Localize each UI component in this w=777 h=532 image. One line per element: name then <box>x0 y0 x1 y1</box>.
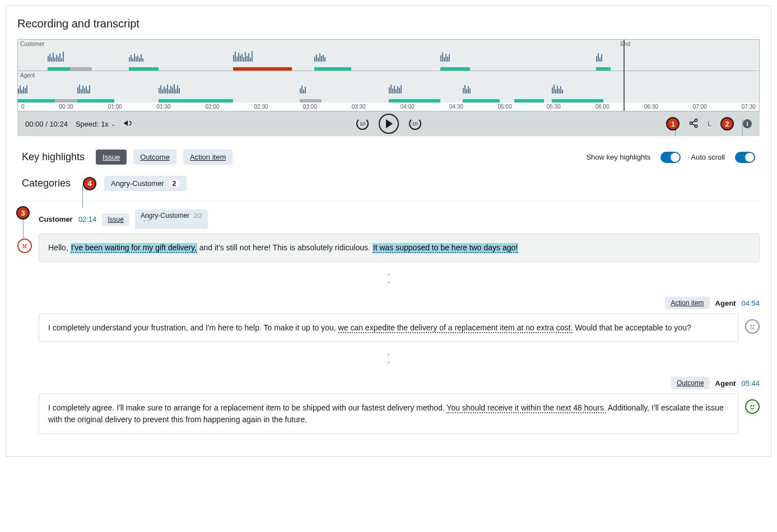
svg-line-4 <box>692 124 695 125</box>
categories-row: Categories 4 Angry-Customer 2 <box>17 171 760 201</box>
transcript-turn-agent-2: Outcome Agent 05:44 I completely agree. … <box>17 377 760 434</box>
transcript-turn-agent-1: Action item Agent 04:54 I completely und… <box>17 297 760 342</box>
svg-point-1 <box>690 122 693 124</box>
turn-tag-outcome[interactable]: Outcome <box>671 377 710 389</box>
category-chip-angry-customer[interactable]: Angry-Customer 2 <box>104 176 187 191</box>
next-match-icon[interactable]: ˅ <box>147 220 151 227</box>
svg-point-2 <box>695 125 698 128</box>
collapse-toggle[interactable]: ˅˄ <box>17 273 760 289</box>
prev-match-icon[interactable]: ˄ <box>143 220 146 227</box>
svg-point-5 <box>23 245 24 246</box>
skip-forward-button[interactable]: 10 <box>409 118 421 130</box>
timestamp[interactable]: 04:54 <box>741 299 760 307</box>
highlight-chip-issue[interactable]: Issue <box>96 150 127 165</box>
auto-scroll-label: Auto scroll <box>691 153 725 161</box>
transcript-bubble: I completely understand your frustration… <box>39 314 738 342</box>
play-button[interactable] <box>379 114 399 134</box>
speaker-label: Customer <box>39 215 73 223</box>
turn-tag-angry-customer[interactable]: Angry-Customer 2/2 ˄˅ <box>135 209 208 229</box>
skip-back-button[interactable]: 10 <box>356 118 369 130</box>
callout-1: 1 <box>666 117 680 130</box>
waveform-track-customer[interactable]: Customer <box>18 40 759 71</box>
highlight-chip-action-item[interactable]: Action item <box>183 150 232 165</box>
highlight-span: we can expedite the delivery of a replac… <box>338 323 573 333</box>
highlight-span: I've been waiting for my gift delivery, <box>71 243 197 253</box>
auto-scroll-toggle[interactable] <box>735 152 755 163</box>
turn-tag-issue[interactable]: Issue <box>102 213 129 226</box>
callout-3: 3 <box>16 206 30 220</box>
track-label-agent: Agent <box>20 72 35 78</box>
svg-point-8 <box>753 325 755 326</box>
sentiment-happy-icon <box>745 399 760 414</box>
share-icon[interactable] <box>688 118 699 130</box>
info-icon[interactable]: i <box>743 119 752 128</box>
volume-icon[interactable] <box>123 119 132 129</box>
svg-point-6 <box>26 245 27 246</box>
svg-point-0 <box>695 119 698 122</box>
play-icon <box>386 119 393 128</box>
playhead-end-marker <box>624 40 625 111</box>
timestamp[interactable]: 02:14 <box>78 215 97 223</box>
callout-4: 4 <box>83 177 96 190</box>
svg-line-3 <box>692 120 695 122</box>
callout-2: 2 <box>720 117 734 130</box>
svg-point-7 <box>751 325 752 326</box>
categories-label: Categories <box>22 178 71 189</box>
key-highlights-row: Key highlights Issue Outcome Action item… <box>17 136 760 171</box>
transcript-bubble: I completely agree. I'll make sure to ar… <box>39 394 738 434</box>
playback-time: 00:00 / 10:24 <box>25 120 68 128</box>
turn-tag-action-item[interactable]: Action item <box>665 297 709 309</box>
show-highlights-label: Show key highlights <box>586 153 650 161</box>
speed-control[interactable]: Speed: 1x ⌄ <box>76 120 115 128</box>
recording-transcript-panel: Recording and transcript End Customer <box>6 6 771 457</box>
transcript-bubble: Hello, I've been waiting for my gift del… <box>39 234 760 262</box>
speaker-label: Agent <box>715 379 736 388</box>
sentiment-neutral-icon <box>745 319 760 334</box>
track-label-customer: Customer <box>20 41 44 47</box>
highlight-span: It was supposed to be here two days ago! <box>373 243 518 253</box>
highlight-span: You should receive it within the next 48… <box>446 403 606 413</box>
transcript-turn-customer-1: 3 Customer 02:14 Issue Angry-Customer 2/… <box>17 209 760 262</box>
waveform-area[interactable]: End Customer Agent <box>17 39 760 111</box>
waveform-track-agent[interactable]: Agent <box>18 71 759 102</box>
svg-point-11 <box>753 405 755 407</box>
player-controls: 00:00 / 10:24 Speed: 1x ⌄ 10 10 1 <box>17 111 760 136</box>
page-title: Recording and transcript <box>17 17 760 30</box>
svg-point-10 <box>751 405 752 407</box>
waveform-time-axis: 000:3001:0001:3002:0002:3003:0003:3004:0… <box>18 102 759 111</box>
collapse-toggle[interactable]: ˅˄ <box>17 353 760 369</box>
chevron-down-icon: ⌄ <box>111 121 115 127</box>
speaker-label: Agent <box>715 299 736 307</box>
timestamp[interactable]: 05:44 <box>741 379 760 388</box>
key-highlights-label: Key highlights <box>22 151 85 163</box>
show-highlights-toggle[interactable] <box>660 152 681 163</box>
sentiment-sad-icon <box>17 239 32 253</box>
highlight-chip-outcome[interactable]: Outcome <box>133 150 176 165</box>
